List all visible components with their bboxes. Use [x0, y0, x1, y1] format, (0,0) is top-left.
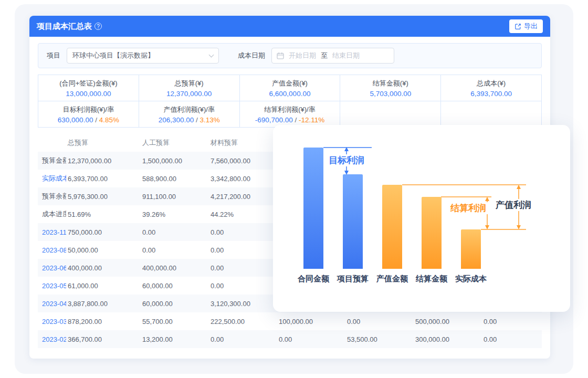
stat-label: 产值利润额(¥)/率	[163, 105, 215, 114]
stat-label: 总成本(¥)	[477, 79, 506, 88]
table-cell: 0.00	[209, 330, 277, 348]
bar-category-label: 合同金额	[298, 274, 329, 284]
table-cell: 0.00	[209, 241, 277, 259]
stat-cell: (合同+签证)金额(¥)13,000,000.00	[38, 75, 139, 101]
stat-label: 产值金额(¥)	[272, 79, 308, 88]
stat-value: 6,600,000.00	[269, 90, 311, 98]
table-cell: 0.00	[277, 330, 345, 348]
table-cell: 0.00	[141, 223, 209, 241]
stat-cell: 结算利润额(¥)/率-690,700.00 / -12.11%	[240, 101, 340, 127]
table-cell: 44.22%	[209, 205, 277, 223]
table-cell: 60,000.00	[141, 277, 209, 295]
stat-cell: 结算金额(¥)5,703,000.00	[340, 75, 440, 101]
column-header: 总预算	[66, 134, 141, 152]
table-cell: 7,560,000.00	[209, 152, 277, 170]
project-filter-label: 项目	[47, 51, 60, 60]
stat-profit-value: 630,000.00 / 4.85%	[58, 116, 119, 124]
stat-value: 13,000,000.00	[66, 90, 111, 98]
table-cell: 55,700.00	[141, 312, 209, 330]
table-cell: 222,500.00	[209, 312, 277, 330]
table-cell: 366,700.00	[66, 330, 141, 348]
row-label[interactable]: 2023-06	[38, 259, 66, 277]
table-cell: 911,100.00	[141, 187, 209, 205]
cost-date-label: 成本日期	[238, 51, 265, 60]
table-cell: 400,000.00	[66, 259, 141, 277]
table-cell: 100,000.00	[277, 312, 345, 330]
row-label[interactable]: 2023-08	[38, 241, 66, 259]
stat-cell: 目标利润额(¥)/率630,000.00 / 4.85%	[38, 101, 139, 127]
table-row: 2023-02366,700.0013,200.000.000.0053,500…	[38, 330, 542, 348]
row-label[interactable]: 实际成本	[38, 170, 66, 187]
stat-label: 目标利润额(¥)/率	[63, 105, 114, 114]
bar-category-label: 实际成本	[455, 274, 487, 284]
profit-amount: 206,300.00	[159, 116, 196, 124]
end-date-input[interactable]: 结束日期	[332, 51, 360, 60]
table-cell: 750,000.00	[66, 223, 141, 241]
row-label[interactable]: 2023-02	[38, 330, 66, 348]
profit-amount: 630,000.00	[58, 116, 95, 124]
bar-category-label: 结算金额	[416, 274, 447, 284]
table-cell: 5,976,300.00	[66, 187, 141, 205]
column-header: 人工预算	[141, 134, 209, 152]
project-select[interactable]: 环球中心项目【演示数据】	[67, 48, 219, 64]
table-cell: 0.00	[209, 277, 277, 295]
chevron-down-icon	[209, 52, 214, 58]
row-label: 预算余额	[38, 187, 66, 205]
stat-label: 总预算(¥)	[175, 79, 204, 88]
profit-rate: -12.11%	[299, 116, 324, 124]
stat-value: 6,393,700.00	[470, 90, 512, 98]
table-cell: 3,342,800.00	[209, 170, 277, 187]
export-button[interactable]: 导出	[509, 19, 543, 33]
chart-bar-labels: 合同金额项目预算产值金额结算金额实际成本	[273, 125, 570, 312]
table-cell: 500,000.00	[414, 312, 482, 330]
stats-grid: (合同+签证)金额(¥)13,000,000.00总预算(¥)12,370,00…	[38, 75, 542, 128]
table-cell: 51.69%	[66, 205, 141, 223]
stat-label: (合同+签证)金额(¥)	[59, 79, 117, 88]
table-cell: 878,200.00	[66, 312, 141, 330]
table-cell: 0.00	[209, 223, 277, 241]
table-cell: 3,887,800.00	[66, 295, 141, 312]
row-label[interactable]: 2023-05	[38, 277, 66, 295]
date-to-label: 至	[321, 51, 328, 60]
profit-separator: /	[95, 116, 99, 124]
row-label: 预算金额	[38, 152, 66, 170]
stat-cell: 总预算(¥)12,370,000.00	[139, 75, 239, 101]
row-label[interactable]: 2023-03	[38, 312, 66, 330]
date-range-picker[interactable]: 开始日期 至 结束日期	[271, 48, 394, 64]
table-cell: 4,217,200.00	[209, 187, 277, 205]
stat-profit-value: -690,700.00 / -12.11%	[255, 116, 325, 124]
start-date-input[interactable]: 开始日期	[289, 51, 316, 60]
column-header: 材料预算	[209, 134, 277, 152]
stat-value: 12,370,000.00	[166, 90, 212, 98]
profit-rate: 4.85%	[99, 116, 119, 124]
table-cell: 300,000.00	[414, 330, 482, 348]
bar-category-label: 产值金额	[376, 274, 408, 284]
row-label[interactable]: 2023-11	[38, 223, 66, 241]
table-cell: 588,900.00	[141, 170, 209, 187]
calendar-icon	[277, 52, 284, 59]
table-cell: 400,000.00	[141, 259, 209, 277]
table-cell: 0.00	[482, 330, 542, 348]
profit-amount: -690,700.00	[255, 116, 295, 124]
table-cell: 61,000.00	[66, 277, 141, 295]
filter-bar: 项目 环球中心项目【演示数据】 成本日期 开始日期 至 结束日期	[38, 43, 542, 68]
column-header	[38, 134, 66, 152]
profit-chart-card: 目标利润 结算利润 产值利润 合同金额项目预算产值金额结算金额实际成本	[273, 125, 570, 312]
stat-cell-empty	[441, 101, 541, 127]
table-cell: 1,500,000.00	[141, 152, 209, 170]
row-label[interactable]: 2023-04	[38, 295, 66, 312]
profit-separator: /	[295, 116, 299, 124]
stat-cell: 产值金额(¥)6,600,000.00	[240, 75, 340, 101]
page-title-text: 项目成本汇总表	[37, 22, 92, 32]
help-icon[interactable]: ?	[94, 23, 102, 30]
table-cell: 0.00	[141, 241, 209, 259]
export-icon	[514, 23, 521, 30]
stat-cell: 总成本(¥)6,393,700.00	[441, 75, 541, 101]
card-header: 项目成本汇总表 ? 导出	[29, 16, 550, 37]
table-cell: 6,393,700.00	[66, 170, 141, 187]
profit-rate: 3.13%	[200, 116, 219, 124]
table-cell: 12,370,000.00	[66, 152, 141, 170]
table-cell: 3,120,300.00	[209, 295, 277, 312]
stat-cell: 产值利润额(¥)/率206,300.00 / 3.13%	[139, 101, 239, 127]
project-select-value: 环球中心项目【演示数据】	[72, 51, 154, 60]
